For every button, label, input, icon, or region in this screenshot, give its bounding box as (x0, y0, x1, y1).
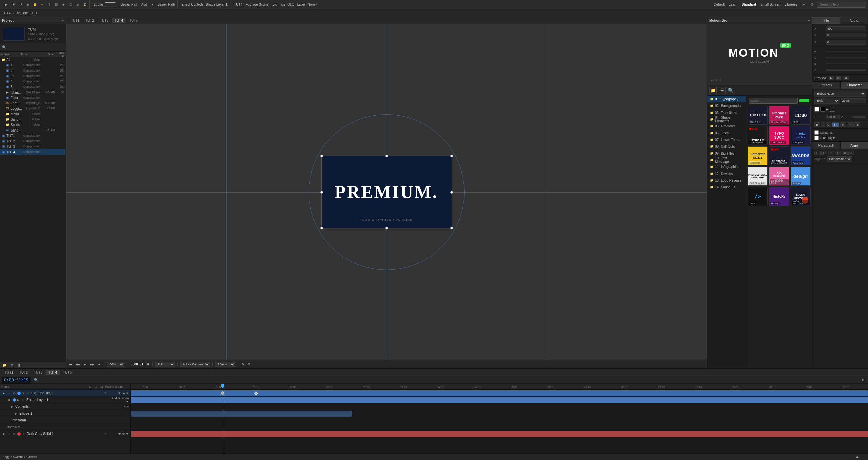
list-item[interactable]: ▣ 3 Composition 23. (0, 73, 66, 79)
align-top-btn[interactable]: ⊤ (835, 151, 841, 155)
tool-stamp[interactable]: ⌛ (82, 2, 88, 8)
list-item[interactable]: 📁 Solids Folder (0, 122, 66, 127)
workspace-learn[interactable]: Learn (728, 3, 738, 6)
no-color-swatch[interactable] (830, 107, 834, 112)
tl-flow-btn[interactable]: ↔ (861, 455, 866, 459)
font-weight-select[interactable]: Bold (814, 98, 840, 104)
zoom-dropdown[interactable]: 50% 100% 25% (107, 362, 124, 367)
list-item[interactable]: 📁 Motion_Folder Folder (0, 111, 66, 117)
caps-btn[interactable]: TT (832, 122, 839, 127)
tl-layer-contents[interactable]: ▶ Contents Add (0, 403, 130, 410)
list-item[interactable]: JS Logging.jpg Importa_C 47 KB (0, 106, 66, 111)
mb-category-gradients[interactable]: 📁 05. Gradients (707, 123, 746, 129)
mb-thumb-toko-pack[interactable]: « Toko pack » Toko pack (791, 126, 811, 145)
tool-mask[interactable]: ◈ (60, 2, 66, 8)
next-frame-btn[interactable]: ▶▶ (88, 363, 95, 366)
handle-bl[interactable] (320, 227, 323, 229)
timeline-current-time[interactable]: 0:00:01:19 (2, 377, 31, 383)
delete-btn[interactable]: 🗑 (16, 362, 22, 368)
fill-color-swatch[interactable] (814, 107, 819, 112)
layer-expand-btn[interactable]: ▶ (17, 398, 20, 402)
list-item[interactable]: ▣ Floor Composition (0, 95, 66, 100)
handle-tr[interactable] (450, 155, 453, 157)
tab-tut1[interactable]: TUT1 (68, 18, 82, 23)
mb-category-devices[interactable]: 📁 12. Devices (707, 170, 746, 177)
tl-tab-tut3[interactable]: TUT3 (31, 370, 45, 375)
blend-mode-dropdown[interactable]: Normal ▼ (7, 425, 129, 429)
tool-bezier[interactable]: ⌀ (75, 2, 81, 8)
tl-layer-transform[interactable]: Transform (0, 417, 130, 424)
tl-layer-darkgray[interactable]: ● ♪ ⊙ 3 Dark Gray Solid 1 ✎ None ▼ (0, 431, 130, 437)
settings-btn[interactable]: ⚙ (809, 2, 815, 8)
list-item[interactable]: ▣ 2 Composition 23. (0, 68, 66, 73)
playback-btn[interactable]: ▶ (83, 363, 87, 366)
project-menu-icon[interactable]: ≡ (62, 19, 64, 22)
align-center-btn[interactable]: ⊟ (821, 151, 827, 155)
list-item[interactable]: 📁 Sandbox Folder (0, 117, 66, 122)
tab-tut4-viewer[interactable]: TUT4 (112, 18, 126, 23)
layer-audio-btn[interactable]: ♪ (7, 391, 11, 395)
bold-btn[interactable]: B (814, 122, 820, 127)
align-middle-btn[interactable]: ⊞ (842, 151, 848, 155)
preview-play-btn[interactable]: ▶ (829, 76, 834, 80)
list-item[interactable]: ▣ TUT1 Composition (0, 133, 66, 138)
add-content-btn[interactable]: Add (124, 405, 129, 408)
list-item[interactable]: ▣ 4 Composition 23. (0, 79, 66, 84)
workspace-more[interactable]: ≫ (801, 2, 807, 8)
mb-category-lowerthirds[interactable]: 📁 07. Lower Thirds (707, 136, 746, 143)
tool-select[interactable]: ▶ (3, 2, 9, 8)
tool-text[interactable]: T (46, 2, 52, 8)
camera-dropdown[interactable]: Active Camera (180, 362, 210, 367)
workspace-standard[interactable]: Standard (741, 3, 757, 6)
layer-switch1[interactable]: ✎ (103, 432, 107, 436)
track-bar-darkgray[interactable] (131, 431, 868, 437)
playhead[interactable] (223, 390, 223, 453)
align-left-btn[interactable]: ⊢ (814, 151, 821, 155)
track-bar-2[interactable] (131, 397, 868, 403)
mb-thumb-history[interactable]: HistoRy History (769, 187, 789, 206)
mb-category-transitions[interactable]: 📁 03. Transitions (707, 109, 746, 116)
mb-thumb-toko[interactable]: TOKO 1.0 TOKO 1.0 (748, 106, 768, 125)
mb-category-infographics[interactable]: 📁 11. Infographics (707, 163, 746, 170)
tl-layer-blend[interactable]: Normal ▼ (0, 424, 130, 431)
mb-category-backgrounds[interactable]: 📁 02. Backgrounds (707, 102, 746, 109)
align-bottom-btn[interactable]: ⊥ (848, 151, 854, 155)
quality-dropdown[interactable]: Full Half Quarter (155, 362, 175, 367)
stroke-color-swatch[interactable] (820, 107, 825, 112)
mb-category-textmessages[interactable]: 📁 10. Text Messages (707, 157, 746, 163)
list-item[interactable]: ▣ TUT4 Composition (0, 149, 66, 155)
mb-thumb-typo[interactable]: TYPOSUCC TYPO SUCC (769, 126, 789, 145)
superscript-btn[interactable]: T² (847, 122, 853, 127)
layer-expand-btn[interactable]: ▶ (15, 412, 18, 415)
layer-solo-btn[interactable]: ⊙ (12, 391, 16, 395)
workspace-libraries[interactable]: Libraries (784, 3, 798, 6)
list-item[interactable]: ▣ 1 Composition 23. (0, 62, 66, 68)
rp-tab-info[interactable]: Info (812, 17, 840, 24)
mb-thumb-code[interactable]: /> Code (748, 187, 768, 206)
breadcrumb-bigtitle[interactable]: Big_Title_08.1 (16, 11, 37, 15)
layer-switch1[interactable]: ✎ (103, 391, 107, 395)
tl-tab-tut2[interactable]: TUT2 (17, 370, 31, 375)
list-item[interactable]: JS Footage.Acing Importa_C 5.2 MB (0, 100, 66, 106)
align-to-select[interactable]: Composition (827, 156, 852, 162)
handle-tm[interactable] (385, 155, 388, 157)
list-item[interactable]: ▣ 5 Composition 23. (0, 84, 66, 89)
tool-camera[interactable]: ⊕ (25, 2, 31, 8)
layer-visibility-btn[interactable]: ● (7, 398, 12, 402)
mb-search-input[interactable] (749, 98, 798, 104)
mb-thumb-design[interactable]: design design (791, 167, 811, 186)
preview-loop-btn[interactable]: ↺ (836, 76, 841, 80)
layer-visibility-btn[interactable]: ● (1, 432, 6, 436)
mb-category-titles[interactable]: 📁 06. Titles (707, 129, 746, 136)
tl-graph-btn[interactable]: ◆ (855, 455, 860, 459)
font-family-select[interactable]: Bebas Neue (814, 91, 866, 97)
handle-tl[interactable] (320, 155, 323, 157)
handle-br[interactable] (450, 227, 453, 229)
mb-thumb-nasa[interactable]: NASAHISTORY NASA HISTORY (791, 187, 811, 206)
mb-thumb-livestream2[interactable]: LIVE STREAM_ LIVE STREAM (769, 146, 789, 165)
paragraph-tab[interactable]: Paragraph (812, 142, 841, 149)
track-bar-ellipse[interactable] (131, 411, 352, 417)
tl-layer-shapelayer[interactable]: ● ▶ 2 Shape Layer 1 Add ▼ None ▼ (0, 397, 130, 403)
handle-ml[interactable] (320, 191, 323, 194)
breadcrumb-tut4[interactable]: TUT4 (2, 11, 11, 15)
